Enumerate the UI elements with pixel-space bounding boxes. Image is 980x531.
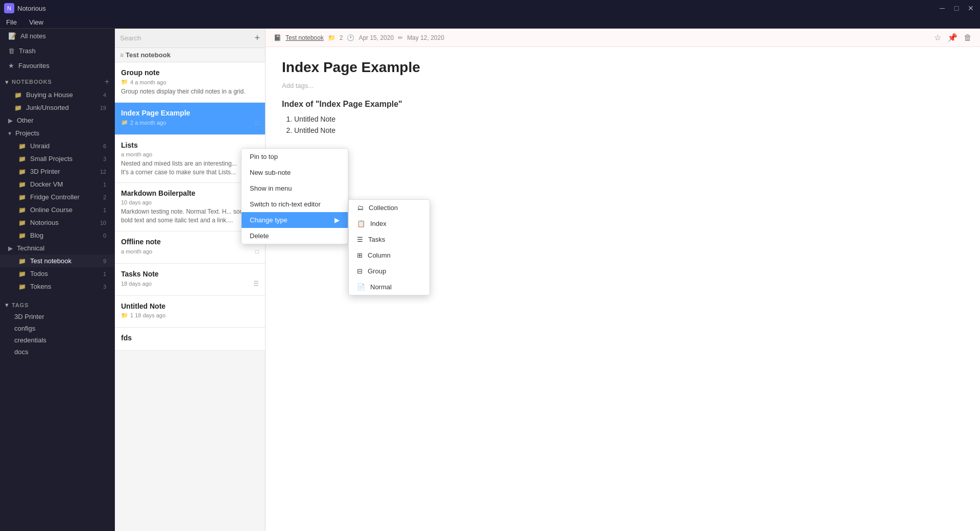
notebook-label: Docker VM xyxy=(30,180,63,188)
submenu-column[interactable]: ⊞ Column xyxy=(349,247,429,263)
index-heading: Index of "Index Page Example" xyxy=(282,100,964,109)
context-menu-change-type[interactable]: Change type ▶ xyxy=(242,212,348,228)
note-title: Group note xyxy=(121,68,259,77)
sidebar-notebook-buying-a-house[interactable]: 📁 Buying a House 4 xyxy=(0,88,114,101)
folder-icon: 📁 xyxy=(18,143,26,150)
search-input[interactable] xyxy=(120,34,251,42)
notebook-link[interactable]: Test notebook xyxy=(285,34,324,41)
sidebar-all-notes-label: All notes xyxy=(20,32,46,40)
notebooks-label: NOTEBOOKS xyxy=(12,79,52,85)
sidebar-favourites[interactable]: ★ Favourites xyxy=(0,58,114,73)
note-preview: Group notes display their child notes in… xyxy=(121,87,259,96)
note-item-tasks-note[interactable]: Tasks Note 18 days ago ☰ xyxy=(115,264,265,296)
sidebar-notebook-junk[interactable]: 📁 Junk/Unsorted 19 xyxy=(0,101,114,114)
search-bar: + xyxy=(115,29,265,48)
maximize-button[interactable]: □ xyxy=(951,3,962,13)
tag-configs[interactable]: configs xyxy=(0,322,114,334)
notes-list-header: ≡ Test notebook xyxy=(115,48,265,62)
note-item-group-note[interactable]: Group note 📁 4 a month ago Group notes d… xyxy=(115,62,265,103)
context-menu-new-sub-note[interactable]: New sub-note xyxy=(242,165,348,180)
note-title: fds xyxy=(121,334,259,342)
notebook-label: Todos xyxy=(30,270,48,278)
note-meta: 📁 2 a month ago □ xyxy=(121,119,259,126)
submenu-collection[interactable]: 🗂 Collection xyxy=(349,200,429,216)
tag-3d-printer[interactable]: 3D Printer xyxy=(0,311,114,322)
close-button[interactable]: ✕ xyxy=(966,3,976,13)
note-item-untitled-note[interactable]: Untitled Note 📁 1 18 days ago xyxy=(115,296,265,328)
add-notebook-button[interactable]: + xyxy=(105,77,109,86)
sidebar: 📝 All notes 🗑 Trash ★ Favourites ▾ NOTEB… xyxy=(0,29,115,531)
sort-icon: ≡ xyxy=(120,52,124,59)
note-meta: a month ago □ xyxy=(121,248,259,255)
sidebar-notebook-3d-printer[interactable]: 📁 3D Printer 12 xyxy=(0,165,114,178)
context-menu-pin-to-top[interactable]: Pin to top xyxy=(242,149,348,165)
note-title: Markdown Boilerpalte xyxy=(121,189,259,197)
notebook-count: 0 xyxy=(103,233,106,239)
notebooks-section-header: ▾ NOTEBOOKS + xyxy=(0,73,114,88)
sidebar-notebook-docker-vm[interactable]: 📁 Docker VM 1 xyxy=(0,178,114,191)
menu-view[interactable]: View xyxy=(27,17,45,27)
star-button[interactable]: ☆ xyxy=(934,33,941,42)
pin-button[interactable]: 📌 xyxy=(947,33,958,42)
change-type-submenu: 🗂 Collection 📋 Index ☰ Tasks ⊞ Column ⊟ … xyxy=(348,199,430,295)
notebook-count: 4 xyxy=(103,92,106,98)
sidebar-notebook-small-projects[interactable]: 📁 Small Projects 3 xyxy=(0,152,114,165)
all-notes-icon: 📝 xyxy=(8,32,16,40)
note-age: 4 a month ago xyxy=(130,79,166,85)
sidebar-notebook-notorious[interactable]: 📁 Notorious 10 xyxy=(0,216,114,229)
chevron-down-icon: ▾ xyxy=(8,130,11,137)
delete-button[interactable]: 🗑 xyxy=(964,33,972,42)
sidebar-notebook-online-course[interactable]: 📁 Online Course 1 xyxy=(0,203,114,216)
folder-icon: 📁 xyxy=(18,194,26,201)
sidebar-group-technical[interactable]: ▶ Technical xyxy=(0,242,114,255)
context-menu-switch-editor[interactable]: Switch to rich-text editor xyxy=(242,196,348,212)
sidebar-trash[interactable]: 🗑 Trash xyxy=(0,43,114,58)
sidebar-favourites-label: Favourites xyxy=(18,62,50,70)
submenu-item-label: Collection xyxy=(369,204,398,212)
note-item-index-page-example[interactable]: Index Page Example 📁 2 a month ago □ xyxy=(115,103,265,135)
note-title: Tasks Note xyxy=(121,270,259,278)
note-meta: 10 days ago xyxy=(121,199,259,205)
submenu-item-label: Column xyxy=(368,251,391,259)
submenu-tasks[interactable]: ☰ Tasks xyxy=(349,232,429,247)
group-label: Projects xyxy=(15,129,39,137)
minimize-button[interactable]: ─ xyxy=(937,3,947,13)
menu-file[interactable]: File xyxy=(4,17,19,27)
tags-placeholder[interactable]: Add tags... xyxy=(282,82,964,89)
note-age: 10 days ago xyxy=(121,199,152,205)
sidebar-notebook-fridge-controller[interactable]: 📁 Fridge Controller 2 xyxy=(0,191,114,203)
notebook-label: Junk/Unsorted xyxy=(26,104,69,111)
folder-icon: 📁 xyxy=(18,168,26,175)
folder-icon: 📁 xyxy=(18,181,26,188)
sidebar-notebook-test-notebook[interactable]: 📁 Test notebook 9 xyxy=(0,255,114,267)
toolbar-actions: ☆ 📌 🗑 xyxy=(934,33,972,42)
notebook-label: Fridge Controller xyxy=(30,193,80,201)
note-title: Index Page Example xyxy=(121,109,259,117)
note-meta: 📁 1 18 days ago xyxy=(121,312,259,319)
notebook-count: 19 xyxy=(100,105,106,111)
menubar: File View xyxy=(0,16,980,29)
submenu-group[interactable]: ⊟ Group xyxy=(349,263,429,279)
sidebar-group-projects[interactable]: ▾ Projects xyxy=(0,127,114,140)
note-meta-icon: 📁 xyxy=(121,312,128,319)
note-item-fds[interactable]: fds xyxy=(115,328,265,351)
sidebar-notebook-blog[interactable]: 📁 Blog 0 xyxy=(0,229,114,242)
context-menu-delete[interactable]: Delete xyxy=(242,228,348,244)
notebook-count: 1 xyxy=(103,271,106,277)
tag-credentials[interactable]: credentials xyxy=(0,334,114,346)
sidebar-notebook-tokens[interactable]: 📁 Tokens 3 xyxy=(0,280,114,293)
tag-docs[interactable]: docs xyxy=(0,346,114,358)
sidebar-all-notes[interactable]: 📝 All notes xyxy=(0,29,114,43)
sidebar-notebook-unraid[interactable]: 📁 Unraid 6 xyxy=(0,140,114,152)
note-title: Untitled Note xyxy=(121,302,259,310)
note-title: Offline note xyxy=(121,238,259,246)
submenu-index[interactable]: 📋 Index xyxy=(349,216,429,232)
submenu-normal[interactable]: 📄 Normal xyxy=(349,279,429,295)
folder-icon: 📁 xyxy=(18,206,26,214)
index-item-2: Untitled Note xyxy=(294,126,964,134)
notebook-label: Blog xyxy=(30,232,43,239)
sidebar-group-other[interactable]: ▶ Other xyxy=(0,114,114,127)
context-menu-show-in-menu[interactable]: Show in menu xyxy=(242,180,348,196)
add-note-button[interactable]: + xyxy=(254,33,260,43)
sidebar-notebook-todos[interactable]: 📁 Todos 1 xyxy=(0,267,114,280)
